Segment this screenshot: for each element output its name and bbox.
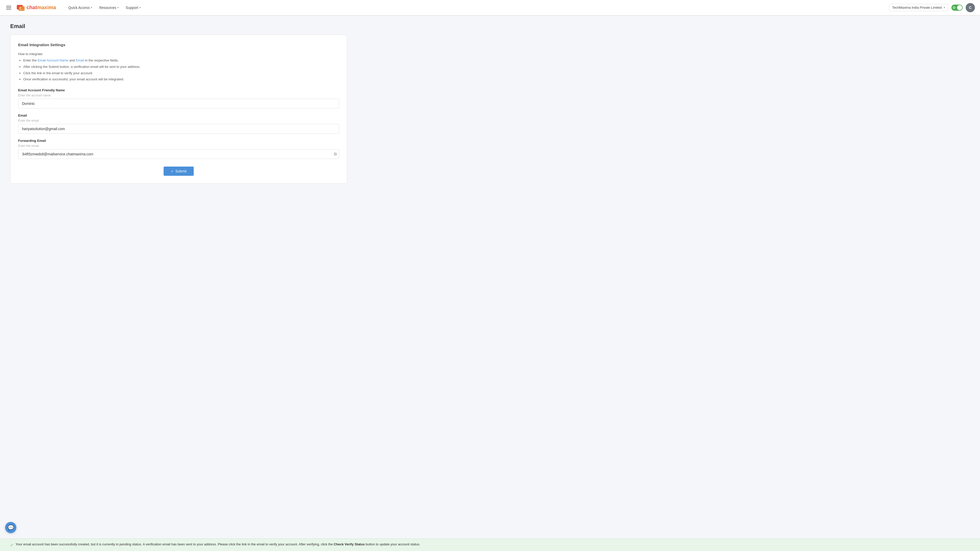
instruction-3: Click the link in the email to verify yo…: [23, 71, 339, 76]
account-name-group: Email Account Friendly Name Enter the ac…: [18, 88, 339, 108]
instruction-1: Enter the Email Account Name and Email i…: [23, 58, 339, 63]
submit-area: ✓ Submit: [18, 167, 339, 176]
email-label: Email: [18, 114, 339, 118]
account-name-input[interactable]: [18, 99, 339, 108]
svg-text:C: C: [20, 6, 22, 10]
forwarding-email-label: Forwarding Email: [18, 139, 339, 143]
how-to-title: How to integrate:: [18, 52, 339, 56]
logo-svg: C: [16, 3, 25, 12]
topbar-left: C chatmaxima Quick Access ▾ Resources ▾ …: [5, 3, 889, 12]
org-selector[interactable]: TechMaxima India Private Limited ▾: [889, 4, 948, 11]
nav-menu: Quick Access ▾ Resources ▾ Support ▾: [65, 3, 144, 12]
chevron-down-icon: ▾: [944, 6, 945, 9]
main-content: Email Email Integration Settings How to …: [0, 15, 357, 191]
email-link[interactable]: Email: [76, 59, 84, 62]
hamburger-menu[interactable]: [5, 5, 12, 11]
email-group: Email Enter the email.: [18, 114, 339, 134]
page-title: Email: [10, 23, 347, 30]
logo[interactable]: C chatmaxima: [16, 3, 56, 12]
copy-icon[interactable]: ⧉: [334, 152, 337, 156]
topbar: C chatmaxima Quick Access ▾ Resources ▾ …: [0, 0, 980, 15]
submit-button[interactable]: ✓ Submit: [164, 167, 194, 176]
chevron-down-icon: ▾: [91, 6, 92, 9]
check-icon: ✓: [171, 169, 174, 173]
nav-support[interactable]: Support ▾: [123, 3, 144, 12]
forwarding-email-input[interactable]: [18, 149, 339, 159]
how-to-section: How to integrate: Enter the Email Accoun…: [18, 52, 339, 82]
instruction-list: Enter the Email Account Name and Email i…: [18, 58, 339, 82]
forwarding-email-wrapper: ⧉: [18, 149, 339, 159]
email-input[interactable]: [18, 124, 339, 134]
email-hint: Enter the email.: [18, 119, 339, 122]
account-name-label: Email Account Friendly Name: [18, 88, 339, 92]
avatar[interactable]: C: [966, 3, 975, 12]
logo-text: chatmaxima: [27, 5, 56, 11]
chevron-down-icon: ▾: [139, 6, 141, 9]
forwarding-email-hint: Enter the email.: [18, 144, 339, 148]
chevron-down-icon: ▾: [118, 6, 119, 9]
email-settings-card: Email Integration Settings How to integr…: [10, 35, 347, 184]
nav-resources[interactable]: Resources ▾: [96, 3, 122, 12]
instruction-4: Once verification is successful, your em…: [23, 77, 339, 82]
card-title: Email Integration Settings: [18, 43, 339, 47]
instruction-2: After clicking the Submit button, a veri…: [23, 64, 339, 70]
forwarding-email-group: Forwarding Email Enter the email. ⧉: [18, 139, 339, 159]
gear-icon: ⚙: [952, 6, 956, 10]
settings-toggle[interactable]: ⚙: [951, 5, 963, 11]
topbar-right: TechMaxima India Private Limited ▾ ⚙ C: [889, 3, 975, 12]
account-name-hint: Enter the account name.: [18, 94, 339, 97]
email-account-name-link[interactable]: Email Account Name: [38, 59, 68, 62]
nav-quick-access[interactable]: Quick Access ▾: [65, 3, 95, 12]
